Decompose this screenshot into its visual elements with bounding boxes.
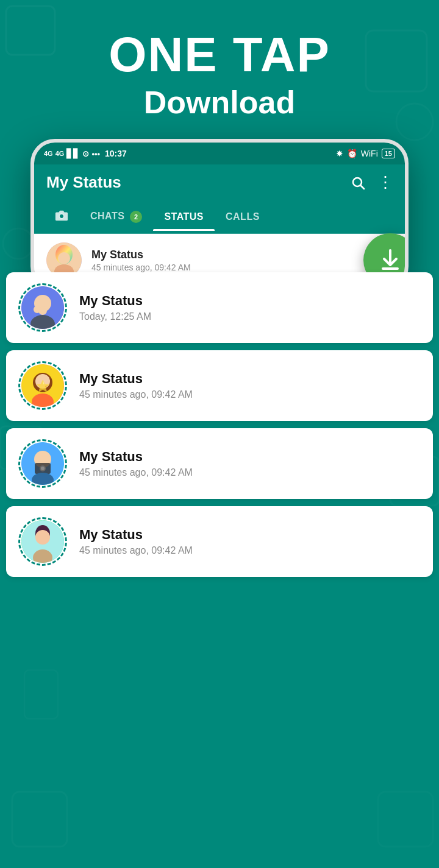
dashed-ring-4 [18,517,67,566]
card-info-4: My Status 45 minutes ago, 09:42 AM [79,527,421,556]
card-name-2: My Status [79,371,421,387]
phone-mockup: 4G 4G ▋▋ ⊙ ••• 10:37 ✸ ⏰ WiFi 15 My Stat… [30,139,409,291]
wa-icon: ⊙ [82,149,89,158]
signal-4g-2: 4G [55,150,65,157]
status-info: My Status 45 minutes ago, 09:42 AM [91,249,393,272]
dashed-ring-1 [18,283,67,332]
avatar-4 [18,517,67,566]
status-bar: 4G 4G ▋▋ ⊙ ••• 10:37 ✸ ⏰ WiFi 15 [34,143,405,164]
app-bar: My Status ⋮ [34,164,405,200]
status-card-4[interactable]: My Status 45 minutes ago, 09:42 AM [6,506,433,577]
dashed-ring-3 [18,439,67,488]
tab-bar: CHATS 2 STATUS CALLS [34,200,405,234]
svg-point-7 [3,228,34,259]
avatar-1 [18,283,67,332]
avatar-2: ⭐ [18,361,67,410]
dot-menu-status: ••• [91,149,100,158]
status-bar-left: 4G 4G ▋▋ ⊙ ••• 10:37 [44,149,127,158]
app-bar-actions: ⋮ [351,173,393,192]
status-time: 45 minutes ago, 09:42 AM [91,263,393,272]
avatar-3 [18,439,67,488]
status-name: My Status [91,249,393,261]
tab-calls-label: CALLS [226,211,260,222]
card-name-1: My Status [79,293,421,309]
svg-rect-9 [24,670,58,719]
wifi-icon: WiFi [361,149,378,158]
card-time-4: 45 minutes ago, 09:42 AM [79,545,421,556]
more-options-icon[interactable]: ⋮ [377,173,393,192]
app-title: My Status [46,173,121,192]
tab-calls[interactable]: CALLS [215,203,271,231]
card-time-1: Today, 12:25 AM [79,311,421,322]
hero-title: ONE TAP [0,30,439,79]
svg-rect-5 [378,792,433,847]
svg-rect-4 [12,792,67,847]
svg-line-11 [361,185,365,189]
card-info-3: My Status 45 minutes ago, 09:42 AM [79,449,421,478]
status-card-3[interactable]: My Status 45 minutes ago, 09:42 AM [6,428,433,499]
bluetooth-icon: ✸ [336,149,343,158]
tab-status-label: STATUS [164,211,204,222]
card-time-2: 45 minutes ago, 09:42 AM [79,389,421,400]
card-name-3: My Status [79,449,421,465]
hero-subtitle: Download [0,84,439,121]
hero-section: ONE TAP Download [0,0,439,121]
card-info-1: My Status Today, 12:25 AM [79,293,421,322]
search-icon[interactable] [351,175,365,190]
svg-point-16 [58,252,70,264]
battery-indicator: 15 [382,149,395,158]
card-time-3: 45 minutes ago, 09:42 AM [79,467,421,478]
signal-bars: ▋▋ [66,149,80,158]
status-card-2[interactable]: ⭐ My Status 45 minutes ago, 09:42 AM [6,350,433,421]
time-display: 10:37 [105,149,127,158]
alarm-icon: ⏰ [347,149,357,158]
card-info-2: My Status 45 minutes ago, 09:42 AM [79,371,421,400]
card-name-4: My Status [79,527,421,543]
tab-status[interactable]: STATUS [153,203,215,231]
dashed-ring-2 [18,361,67,410]
tab-chats[interactable]: CHATS 2 [79,202,153,231]
signal-4g-1: 4G [44,150,53,157]
status-cards-section: My Status Today, 12:25 AM ⭐ My Status 45… [0,272,439,577]
status-card-1[interactable]: My Status Today, 12:25 AM [6,272,433,343]
chats-badge: 2 [130,211,142,223]
tab-camera[interactable] [44,200,79,233]
status-bar-right: ✸ ⏰ WiFi 15 [336,149,395,158]
tab-chats-label: CHATS [90,211,124,221]
